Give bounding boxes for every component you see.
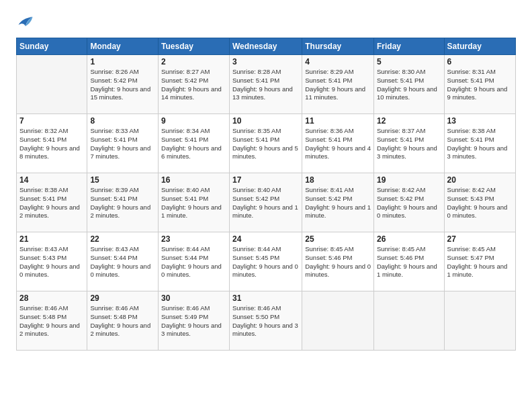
calendar-cell: 26Sunrise: 8:45 AMSunset: 5:46 PMDayligh… xyxy=(373,232,444,291)
day-number: 31 xyxy=(232,293,299,303)
day-info: Sunrise: 8:31 AMSunset: 5:41 PMDaylight:… xyxy=(447,68,513,102)
day-number: 3 xyxy=(232,57,299,66)
calendar-header: SundayMondayTuesdayWednesdayThursdayFrid… xyxy=(17,38,516,55)
day-number: 2 xyxy=(161,57,226,66)
day-info: Sunrise: 8:38 AMSunset: 5:41 PMDaylight:… xyxy=(19,186,84,220)
calendar-cell: 15Sunrise: 8:39 AMSunset: 5:41 PMDayligh… xyxy=(87,173,159,232)
calendar-cell: 5Sunrise: 8:30 AMSunset: 5:41 PMDaylight… xyxy=(373,55,444,114)
calendar-cell: 7Sunrise: 8:32 AMSunset: 5:41 PMDaylight… xyxy=(17,114,87,173)
calendar-cell: 12Sunrise: 8:37 AMSunset: 5:41 PMDayligh… xyxy=(373,114,444,173)
day-number: 12 xyxy=(377,116,441,126)
day-info: Sunrise: 8:33 AMSunset: 5:41 PMDaylight:… xyxy=(90,127,155,161)
day-number: 28 xyxy=(19,293,84,303)
calendar-cell: 6Sunrise: 8:31 AMSunset: 5:41 PMDaylight… xyxy=(444,55,515,114)
day-info: Sunrise: 8:27 AMSunset: 5:42 PMDaylight:… xyxy=(161,68,226,102)
calendar-cell: 21Sunrise: 8:43 AMSunset: 5:43 PMDayligh… xyxy=(17,232,87,291)
calendar-cell: 3Sunrise: 8:28 AMSunset: 5:41 PMDaylight… xyxy=(229,55,302,114)
day-number: 1 xyxy=(90,57,155,66)
day-number: 17 xyxy=(232,175,299,185)
calendar-cell: 31Sunrise: 8:46 AMSunset: 5:50 PMDayligh… xyxy=(229,291,302,351)
calendar-week-row: 28Sunrise: 8:46 AMSunset: 5:48 PMDayligh… xyxy=(17,291,516,351)
day-info: Sunrise: 8:32 AMSunset: 5:41 PMDaylight:… xyxy=(19,127,84,161)
day-number: 4 xyxy=(305,57,371,66)
calendar-cell: 20Sunrise: 8:42 AMSunset: 5:43 PMDayligh… xyxy=(444,173,515,232)
day-info: Sunrise: 8:41 AMSunset: 5:42 PMDaylight:… xyxy=(305,186,371,220)
calendar-cell: 30Sunrise: 8:46 AMSunset: 5:49 PMDayligh… xyxy=(159,291,230,351)
weekday-header-row: SundayMondayTuesdayWednesdayThursdayFrid… xyxy=(17,38,516,55)
day-number: 29 xyxy=(90,293,155,303)
calendar-cell: 28Sunrise: 8:46 AMSunset: 5:48 PMDayligh… xyxy=(17,291,87,351)
day-info: Sunrise: 8:38 AMSunset: 5:41 PMDaylight:… xyxy=(447,127,513,161)
weekday-header-wednesday: Wednesday xyxy=(229,38,302,55)
day-info: Sunrise: 8:46 AMSunset: 5:49 PMDaylight:… xyxy=(161,304,226,338)
calendar-table: SundayMondayTuesdayWednesdayThursdayFrid… xyxy=(16,38,516,351)
day-info: Sunrise: 8:40 AMSunset: 5:42 PMDaylight:… xyxy=(232,186,299,220)
day-info: Sunrise: 8:40 AMSunset: 5:41 PMDaylight:… xyxy=(161,186,226,220)
calendar-cell: 24Sunrise: 8:44 AMSunset: 5:45 PMDayligh… xyxy=(229,232,302,291)
day-info: Sunrise: 8:43 AMSunset: 5:43 PMDaylight:… xyxy=(19,245,84,279)
calendar-week-row: 14Sunrise: 8:38 AMSunset: 5:41 PMDayligh… xyxy=(17,173,516,232)
calendar-cell xyxy=(17,55,87,114)
calendar-cell: 19Sunrise: 8:42 AMSunset: 5:42 PMDayligh… xyxy=(373,173,444,232)
calendar-cell: 16Sunrise: 8:40 AMSunset: 5:41 PMDayligh… xyxy=(159,173,230,232)
day-number: 5 xyxy=(377,57,441,66)
header xyxy=(16,12,516,31)
weekday-header-thursday: Thursday xyxy=(302,38,374,55)
day-number: 26 xyxy=(377,234,441,244)
day-info: Sunrise: 8:30 AMSunset: 5:41 PMDaylight:… xyxy=(377,68,441,102)
day-number: 10 xyxy=(232,116,299,126)
day-info: Sunrise: 8:29 AMSunset: 5:41 PMDaylight:… xyxy=(305,68,371,102)
day-info: Sunrise: 8:34 AMSunset: 5:41 PMDaylight:… xyxy=(161,127,226,161)
calendar-cell: 8Sunrise: 8:33 AMSunset: 5:41 PMDaylight… xyxy=(87,114,159,173)
weekday-header-monday: Monday xyxy=(87,38,159,55)
calendar-cell: 11Sunrise: 8:36 AMSunset: 5:41 PMDayligh… xyxy=(302,114,374,173)
day-info: Sunrise: 8:26 AMSunset: 5:42 PMDaylight:… xyxy=(90,68,155,102)
logo xyxy=(16,12,39,31)
calendar-cell: 23Sunrise: 8:44 AMSunset: 5:44 PMDayligh… xyxy=(159,232,230,291)
day-number: 30 xyxy=(161,293,226,303)
day-info: Sunrise: 8:37 AMSunset: 5:41 PMDaylight:… xyxy=(377,127,441,161)
day-number: 19 xyxy=(377,175,441,185)
day-info: Sunrise: 8:43 AMSunset: 5:44 PMDaylight:… xyxy=(90,245,155,279)
day-number: 21 xyxy=(19,234,84,244)
day-number: 24 xyxy=(232,234,299,244)
day-info: Sunrise: 8:46 AMSunset: 5:48 PMDaylight:… xyxy=(19,304,84,338)
calendar-cell: 13Sunrise: 8:38 AMSunset: 5:41 PMDayligh… xyxy=(444,114,515,173)
day-number: 11 xyxy=(305,116,371,126)
calendar-cell: 10Sunrise: 8:35 AMSunset: 5:41 PMDayligh… xyxy=(229,114,302,173)
day-number: 20 xyxy=(447,175,513,185)
day-number: 27 xyxy=(447,234,513,244)
weekday-header-tuesday: Tuesday xyxy=(159,38,230,55)
day-number: 7 xyxy=(19,116,84,126)
day-number: 14 xyxy=(19,175,84,185)
day-info: Sunrise: 8:44 AMSunset: 5:44 PMDaylight:… xyxy=(161,245,226,279)
calendar-cell: 29Sunrise: 8:46 AMSunset: 5:48 PMDayligh… xyxy=(87,291,159,351)
day-info: Sunrise: 8:45 AMSunset: 5:46 PMDaylight:… xyxy=(377,245,441,279)
day-number: 22 xyxy=(90,234,155,244)
day-number: 8 xyxy=(90,116,155,126)
calendar-cell: 18Sunrise: 8:41 AMSunset: 5:42 PMDayligh… xyxy=(302,173,374,232)
day-info: Sunrise: 8:46 AMSunset: 5:50 PMDaylight:… xyxy=(232,304,299,338)
day-number: 9 xyxy=(161,116,226,126)
calendar-week-row: 21Sunrise: 8:43 AMSunset: 5:43 PMDayligh… xyxy=(17,232,516,291)
day-number: 6 xyxy=(447,57,513,66)
calendar-cell: 17Sunrise: 8:40 AMSunset: 5:42 PMDayligh… xyxy=(229,173,302,232)
day-number: 23 xyxy=(161,234,226,244)
calendar-cell xyxy=(373,291,444,351)
weekday-header-saturday: Saturday xyxy=(444,38,515,55)
day-info: Sunrise: 8:45 AMSunset: 5:46 PMDaylight:… xyxy=(305,245,371,279)
calendar-cell: 4Sunrise: 8:29 AMSunset: 5:41 PMDaylight… xyxy=(302,55,374,114)
calendar-week-row: 1Sunrise: 8:26 AMSunset: 5:42 PMDaylight… xyxy=(17,55,516,114)
calendar-cell: 2Sunrise: 8:27 AMSunset: 5:42 PMDaylight… xyxy=(159,55,230,114)
day-info: Sunrise: 8:45 AMSunset: 5:47 PMDaylight:… xyxy=(447,245,513,279)
day-number: 15 xyxy=(90,175,155,185)
day-info: Sunrise: 8:36 AMSunset: 5:41 PMDaylight:… xyxy=(305,127,371,161)
weekday-header-sunday: Sunday xyxy=(17,38,87,55)
weekday-header-friday: Friday xyxy=(373,38,444,55)
day-number: 16 xyxy=(161,175,226,185)
calendar-body: 1Sunrise: 8:26 AMSunset: 5:42 PMDaylight… xyxy=(17,55,516,351)
calendar-cell: 22Sunrise: 8:43 AMSunset: 5:44 PMDayligh… xyxy=(87,232,159,291)
day-info: Sunrise: 8:46 AMSunset: 5:48 PMDaylight:… xyxy=(90,304,155,338)
calendar-cell: 25Sunrise: 8:45 AMSunset: 5:46 PMDayligh… xyxy=(302,232,374,291)
page: SundayMondayTuesdayWednesdayThursdayFrid… xyxy=(0,0,532,411)
